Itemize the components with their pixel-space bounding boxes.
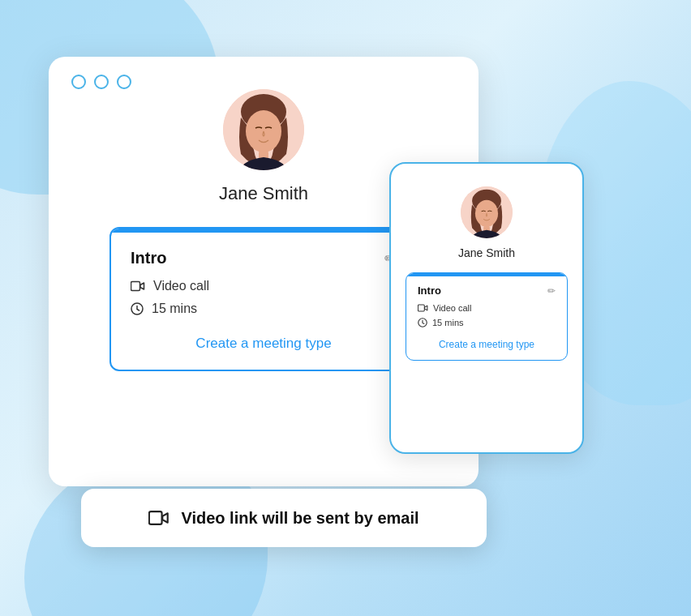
bottom-video-icon — [148, 510, 170, 526]
window-dot-1 — [71, 75, 86, 89]
mobile-create-link[interactable]: Create a meeting type — [418, 332, 556, 353]
meeting-title-main: Intro — [131, 249, 166, 267]
mobile-duration-label: 15 mins — [432, 318, 464, 327]
mobile-meeting-header: Intro ✏ — [418, 284, 556, 297]
duration-row-main: 15 mins — [131, 302, 397, 316]
mobile-duration-row: 15 mins — [418, 318, 556, 327]
mobile-card: Jane Smith Intro ✏ Video call 15 mins — [389, 162, 584, 454]
mobile-meeting-title: Intro — [418, 284, 441, 297]
user-name-mobile: Jane Smith — [458, 246, 515, 259]
mobile-video-row: Video call — [418, 303, 556, 313]
svg-rect-12 — [149, 511, 162, 524]
svg-rect-10 — [418, 305, 424, 311]
avatar — [223, 89, 304, 170]
mobile-meeting-card: Intro ✏ Video call 15 mins Create a meet… — [406, 272, 568, 361]
video-call-label-main: Video call — [153, 279, 209, 293]
bottom-card-text: Video link will be sent by email — [181, 509, 418, 528]
video-call-row-main: Video call — [131, 279, 397, 293]
duration-label-main: 15 mins — [152, 302, 197, 316]
clock-icon-main — [131, 302, 144, 315]
create-meeting-link-main[interactable]: Create a meeting type — [131, 324, 397, 358]
mobile-avatar — [461, 186, 513, 238]
mobile-clock-icon — [418, 318, 427, 327]
meeting-card-header: Intro ✏ — [131, 249, 397, 267]
mobile-meeting-body: Intro ✏ Video call 15 mins Create a meet… — [406, 276, 567, 360]
window-controls — [71, 75, 131, 89]
bottom-notification-card: Video link will be sent by email — [81, 489, 487, 547]
video-call-icon-main — [131, 280, 145, 292]
mobile-video-label: Video call — [433, 303, 472, 313]
avatar-image — [223, 89, 304, 170]
window-dot-3 — [117, 75, 131, 89]
mobile-edit-icon[interactable]: ✏ — [547, 285, 556, 297]
svg-rect-4 — [131, 282, 140, 291]
window-dot-2 — [94, 75, 109, 89]
mobile-avatar-image — [461, 186, 513, 238]
meeting-card-main: Intro ✏ Video call 15 mins Create a meet… — [109, 227, 418, 371]
user-name-main: Jane Smith — [219, 183, 308, 204]
meeting-card-body: Intro ✏ Video call 15 mins Create a meet… — [111, 233, 416, 370]
mobile-video-icon — [418, 304, 428, 312]
